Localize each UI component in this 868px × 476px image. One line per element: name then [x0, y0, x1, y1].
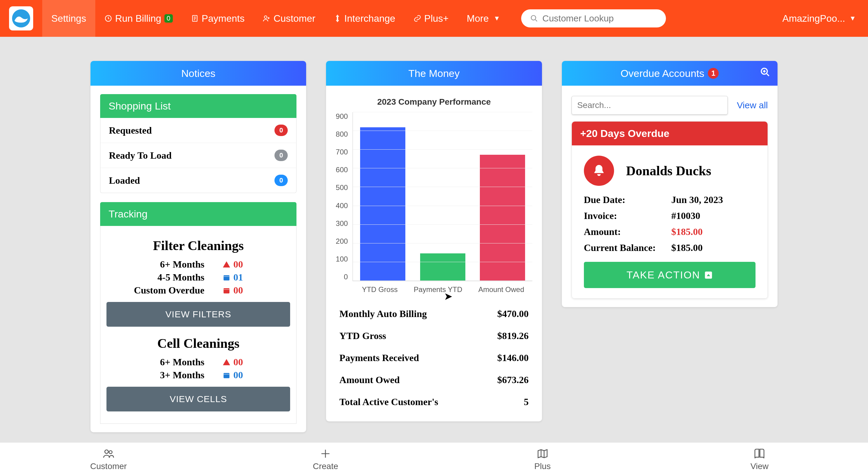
- filter-label: Custom Overdue: [126, 285, 205, 296]
- chart-title: 2023 Company Performance: [336, 97, 532, 107]
- shopping-loaded[interactable]: Loaded 0: [100, 168, 296, 193]
- shopping-ready[interactable]: Ready To Load 0: [100, 143, 296, 168]
- caret-down-icon: ▼: [849, 14, 856, 22]
- count-badge: 0: [275, 150, 288, 161]
- nav-payments[interactable]: Payments: [182, 13, 254, 24]
- overdue-key: Current Balance:: [584, 242, 662, 254]
- search-icon: [530, 14, 538, 22]
- overdue-customer-name: Donalds Ducks: [626, 163, 711, 179]
- view-filters-button[interactable]: VIEW FILTERS: [106, 302, 290, 327]
- svg-point-10: [105, 450, 108, 453]
- performance-chart: 9008007006005004003002001000: [336, 112, 532, 281]
- take-action-button[interactable]: TAKE ACTION: [584, 262, 755, 288]
- x-tick: YTD Gross: [362, 285, 398, 294]
- nav-more[interactable]: More ▼: [458, 13, 509, 24]
- run-billing-badge: 0: [164, 14, 173, 23]
- nav-run-billing-label: Run Billing: [115, 13, 161, 24]
- view-all-link[interactable]: View all: [737, 100, 768, 110]
- nav-customer-label: Customer: [274, 13, 315, 24]
- notices-header: Notices: [91, 61, 306, 86]
- filter-row: 6+ Months 00: [106, 259, 290, 270]
- overdue-detail-row: Current Balance:$185.00: [584, 242, 755, 254]
- cell-label: 3+ Months: [126, 369, 205, 381]
- filter-row: 4-5 Months 01: [106, 272, 290, 283]
- overdue-detail-row: Invoice:#10030: [584, 210, 755, 221]
- gridline: [353, 149, 532, 150]
- notices-title: Notices: [181, 67, 215, 79]
- y-tick: 700: [336, 148, 348, 156]
- shopping-requested[interactable]: Requested 0: [100, 118, 296, 143]
- nav-plus-label: Plus+: [424, 13, 449, 24]
- money-title: The Money: [408, 67, 460, 79]
- plus-icon: [319, 448, 332, 460]
- svg-rect-6: [223, 288, 229, 293]
- nav-plus[interactable]: Plus+: [404, 13, 458, 24]
- cell-value: 00: [223, 357, 271, 368]
- customer-lookup[interactable]: [521, 9, 666, 27]
- y-tick: 200: [336, 237, 348, 245]
- money-key: Amount Owed: [339, 374, 400, 386]
- y-tick: 100: [336, 255, 348, 263]
- user-plus-icon: [263, 14, 271, 22]
- nav-run-billing[interactable]: Run Billing 0: [95, 13, 182, 24]
- caret-up-icon: [704, 271, 713, 279]
- overdue-count-badge: 1: [708, 68, 719, 79]
- warning-icon: [223, 358, 230, 366]
- cell-row: 6+ Months 00: [106, 357, 290, 368]
- svg-point-3: [264, 16, 267, 19]
- zoom-button[interactable]: [760, 67, 770, 80]
- money-key: Payments Received: [339, 352, 419, 363]
- x-tick: Amount Owed: [478, 285, 524, 294]
- bottom-nav-label: Create: [313, 462, 338, 471]
- overdue-search-input[interactable]: [571, 96, 728, 115]
- gridline: [353, 206, 532, 206]
- cell-row: 3+ Months 00: [106, 369, 290, 381]
- interchange-icon: [334, 14, 341, 22]
- nav-customer[interactable]: Customer: [254, 13, 324, 24]
- filter-label: 6+ Months: [126, 259, 205, 270]
- overdue-detail-row: Due Date:Jun 30, 2023: [584, 194, 755, 205]
- cell-cleanings-title: Cell Cleanings: [106, 336, 290, 351]
- users-icon: [102, 448, 115, 460]
- customer-lookup-input[interactable]: [542, 13, 657, 24]
- take-action-label: TAKE ACTION: [626, 269, 700, 281]
- wave-logo-icon: [11, 9, 31, 28]
- money-card: The Money 2023 Company Performance 90080…: [326, 61, 542, 421]
- chart-bar: [420, 254, 465, 281]
- link-icon: [413, 14, 421, 22]
- money-row: Monthly Auto Billing$470.00: [336, 303, 532, 325]
- view-cells-button[interactable]: VIEW CELLS: [106, 387, 290, 412]
- y-tick: 500: [336, 183, 348, 192]
- caret-down-icon: ▼: [493, 14, 500, 22]
- bottom-nav-view[interactable]: View: [651, 443, 868, 476]
- filter-value: 01: [223, 272, 271, 283]
- overdue-val: $185.00: [671, 242, 703, 254]
- bottom-nav-plus[interactable]: Plus: [434, 443, 651, 476]
- overdue-detail-row: Amount:$185.00: [584, 226, 755, 237]
- chart-y-axis: 9008007006005004003002001000: [336, 112, 352, 281]
- bottom-nav-customer[interactable]: Customer: [0, 443, 217, 476]
- nav-interchange[interactable]: Interchange: [324, 13, 404, 24]
- shopping-row-label: Ready To Load: [109, 150, 172, 161]
- map-icon: [536, 448, 549, 460]
- gridline: [353, 225, 532, 225]
- overdue-search[interactable]: [571, 96, 728, 115]
- calendar-icon: [223, 371, 230, 379]
- app-logo[interactable]: [9, 6, 33, 30]
- top-nav: Settings Run Billing 0 Payments Customer…: [0, 0, 868, 37]
- nav-settings[interactable]: Settings: [42, 0, 95, 37]
- money-key: Total Active Customer's: [339, 396, 438, 408]
- account-menu[interactable]: AmazingPoo... ▼: [770, 13, 868, 24]
- y-tick: 800: [336, 130, 348, 139]
- gridline: [353, 112, 532, 112]
- overdue-val: $185.00: [671, 226, 703, 237]
- chart-plot-area: [352, 112, 532, 281]
- x-tick: Payments YTD: [414, 285, 462, 294]
- count-badge: 0: [275, 125, 288, 136]
- overdue-header: Overdue Accounts 1: [562, 61, 777, 86]
- gridline: [353, 262, 532, 262]
- bottom-nav-create[interactable]: Create: [217, 443, 434, 476]
- overdue-key: Amount:: [584, 226, 662, 237]
- nav-more-label: More: [467, 13, 489, 24]
- money-row: YTD Gross$819.26: [336, 325, 532, 347]
